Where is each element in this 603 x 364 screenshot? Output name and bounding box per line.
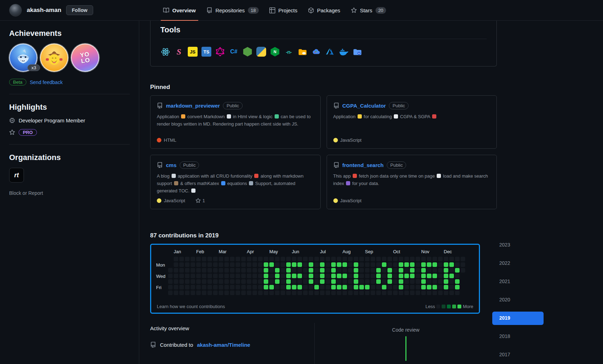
contribution-cell[interactable] — [393, 285, 398, 289]
contribution-cell[interactable] — [292, 268, 296, 273]
contribution-cell[interactable] — [179, 285, 184, 289]
contribution-cell[interactable] — [207, 262, 212, 267]
contribution-cell[interactable] — [247, 268, 251, 273]
contribution-cell[interactable] — [196, 285, 201, 289]
contribution-cell[interactable] — [286, 257, 291, 261]
contribution-cell[interactable] — [348, 268, 353, 273]
repo-link[interactable]: frontend_search — [342, 162, 384, 168]
contribution-cell[interactable] — [258, 279, 263, 284]
contribution-cell[interactable] — [230, 290, 235, 295]
contribution-cell[interactable] — [387, 290, 392, 295]
contribution-cell[interactable] — [382, 290, 386, 295]
contribution-cell[interactable] — [331, 274, 336, 278]
contribution-cell[interactable] — [207, 279, 212, 284]
contribution-cell[interactable] — [292, 274, 296, 278]
contribution-cell[interactable] — [444, 268, 448, 273]
contribution-cell[interactable] — [354, 262, 358, 267]
contribution-cell[interactable] — [230, 268, 235, 273]
achievement-badge-quickdraw[interactable] — [40, 44, 68, 72]
contribution-cell[interactable] — [241, 262, 246, 267]
contribution-cell[interactable] — [252, 290, 257, 295]
contribution-cell[interactable] — [438, 257, 443, 261]
contribution-cell[interactable] — [432, 279, 437, 284]
contribution-cell[interactable] — [207, 257, 212, 261]
contribution-cell[interactable] — [286, 268, 291, 273]
contribution-cell[interactable] — [331, 262, 336, 267]
contribution-cell[interactable] — [309, 257, 313, 261]
repo-link[interactable]: cms — [166, 162, 177, 168]
contribution-cell[interactable] — [202, 262, 206, 267]
contribution-cell[interactable] — [207, 290, 212, 295]
contributed-repo-link[interactable]: akash-aman/Timeline — [197, 342, 250, 348]
contribution-cell[interactable] — [269, 290, 274, 295]
contribution-cell[interactable] — [168, 290, 173, 295]
contribution-cell[interactable] — [416, 290, 420, 295]
contribution-cell[interactable] — [354, 285, 358, 289]
contribution-cell[interactable] — [241, 279, 246, 284]
contribution-cell[interactable] — [421, 262, 426, 267]
contribution-cell[interactable] — [387, 274, 392, 278]
contribution-cell[interactable] — [371, 257, 375, 261]
contribution-cell[interactable] — [191, 285, 195, 289]
contribution-cell[interactable] — [264, 268, 268, 273]
contribution-cell[interactable] — [320, 274, 325, 278]
contribution-cell[interactable] — [399, 274, 403, 278]
contribution-cell[interactable] — [331, 290, 336, 295]
contribution-cell[interactable] — [247, 262, 251, 267]
contribution-cell[interactable] — [292, 285, 296, 289]
contribution-cell[interactable] — [326, 285, 330, 289]
contribution-cell[interactable] — [337, 262, 341, 267]
contribution-cell[interactable] — [331, 285, 336, 289]
contribution-cell[interactable] — [387, 262, 392, 267]
contribution-cell[interactable] — [230, 279, 235, 284]
follow-button[interactable]: Follow — [66, 5, 93, 15]
contribution-cell[interactable] — [326, 274, 330, 278]
contribution-cell[interactable] — [224, 274, 229, 278]
contribution-cell[interactable] — [416, 257, 420, 261]
contribution-cell[interactable] — [404, 257, 409, 261]
contribution-cell[interactable] — [224, 285, 229, 289]
contribution-cell[interactable] — [174, 285, 178, 289]
contribution-cell[interactable] — [168, 268, 173, 273]
contribution-cell[interactable] — [342, 257, 347, 261]
year-item-2023[interactable]: 2023 — [492, 238, 544, 252]
contribution-cell[interactable] — [275, 290, 280, 295]
contribution-cell[interactable] — [269, 268, 274, 273]
contribution-cell[interactable] — [382, 274, 386, 278]
contribution-cell[interactable] — [179, 257, 184, 261]
send-feedback-link[interactable]: Send feedback — [30, 79, 63, 85]
tab-overview[interactable]: Overview — [158, 0, 201, 20]
contribution-cell[interactable] — [309, 268, 313, 273]
contribution-cell[interactable] — [410, 274, 415, 278]
contribution-cell[interactable] — [174, 279, 178, 284]
contribution-cell[interactable] — [455, 279, 460, 284]
contribution-cell[interactable] — [202, 285, 206, 289]
contribution-cell[interactable] — [410, 268, 415, 273]
contribution-cell[interactable] — [387, 268, 392, 273]
contribution-cell[interactable] — [191, 268, 195, 273]
contribution-cell[interactable] — [427, 268, 431, 273]
contribution-cell[interactable] — [168, 285, 173, 289]
contribution-cell[interactable] — [449, 257, 454, 261]
contribution-cell[interactable] — [247, 274, 251, 278]
contribution-cell[interactable] — [404, 274, 409, 278]
contribution-cell[interactable] — [444, 285, 448, 289]
contribution-cell[interactable] — [371, 262, 375, 267]
contribution-cell[interactable] — [444, 262, 448, 267]
contribution-cell[interactable] — [421, 274, 426, 278]
contribution-cell[interactable] — [185, 268, 190, 273]
contribution-cell[interactable] — [359, 268, 364, 273]
contribution-cell[interactable] — [258, 268, 263, 273]
contribution-cell[interactable] — [241, 257, 246, 261]
contribution-cell[interactable] — [331, 257, 336, 261]
contribution-cell[interactable] — [275, 285, 280, 289]
contribution-cell[interactable] — [348, 285, 353, 289]
contribution-cell[interactable] — [342, 279, 347, 284]
contribution-cell[interactable] — [247, 279, 251, 284]
contribution-cell[interactable] — [264, 290, 268, 295]
contribution-cell[interactable] — [342, 262, 347, 267]
contribution-cell[interactable] — [444, 257, 448, 261]
contribution-cell[interactable] — [331, 279, 336, 284]
contribution-cell[interactable] — [224, 262, 229, 267]
contribution-cell[interactable] — [292, 257, 296, 261]
